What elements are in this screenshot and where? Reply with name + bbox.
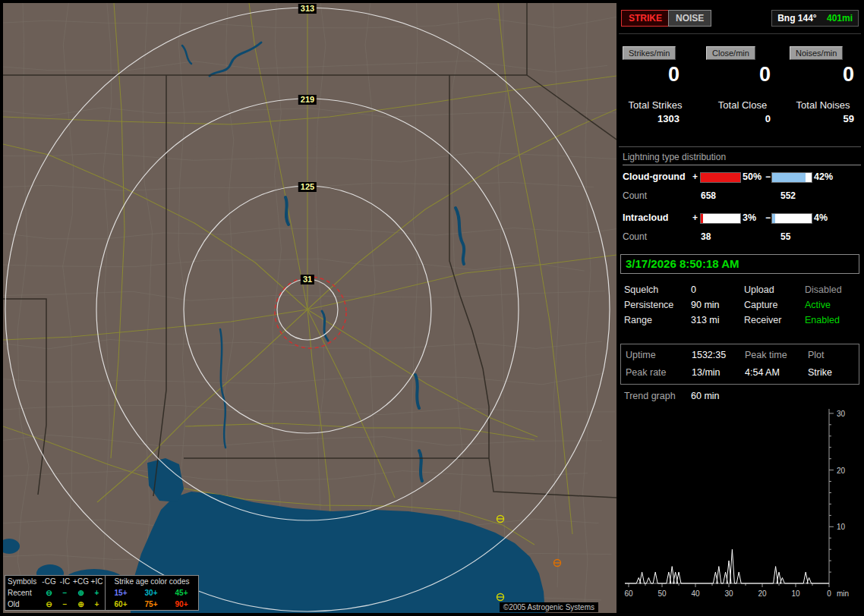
datetime-display: 3/17/2026 8:50:18 AM — [620, 254, 859, 274]
persistence-value: 90 min — [691, 300, 720, 310]
cg-minus-count: 552 — [780, 190, 796, 201]
circle-minus-icon: ⊖ — [41, 589, 57, 597]
legend-col-neg-cg: -CG — [41, 577, 57, 586]
noises-per-min-chip[interactable]: Noises/min — [790, 46, 843, 60]
copyright-text: ©2005 Astrogenic Systems — [500, 602, 598, 612]
age-90: 90+ — [166, 600, 197, 608]
age-30: 30+ — [136, 589, 166, 597]
strikes-per-min-chip[interactable]: Strikes/min — [623, 46, 676, 60]
trend-graph: 3020106050403020100min — [619, 404, 861, 611]
legend-symbols-header: Symbols — [5, 577, 41, 586]
upload-label: Upload — [744, 284, 774, 295]
receiver-label: Receiver — [744, 315, 781, 325]
settings-row: Range 313 mi Receiver Enabled — [619, 315, 861, 328]
strike-mode-button[interactable]: STRIKE — [621, 10, 670, 27]
uptime-label: Uptime — [626, 350, 656, 360]
settings-row: Squelch 0 Upload Disabled — [619, 284, 861, 298]
age-60: 60+ — [106, 600, 136, 608]
svg-text:30: 30 — [837, 410, 846, 418]
uptime-value: 1532:35 — [692, 350, 726, 360]
svg-text:50: 50 — [657, 589, 667, 598]
close-per-min-chip[interactable]: Close/min — [706, 46, 755, 60]
cg-minus-fill — [772, 173, 806, 182]
ic-minus-bar — [771, 213, 812, 224]
svg-text:10: 10 — [837, 523, 846, 531]
distribution-title: Lightning type distribution — [623, 152, 861, 165]
minus-icon: − — [57, 600, 73, 608]
cg-plus-pct: 50% — [743, 171, 762, 182]
stats-box: Uptime 1532:35 Peak time Plot Peak rate … — [620, 344, 859, 385]
noises-per-min-value: 0 — [786, 63, 854, 86]
legend-recent-row: Recent ⊖ − ⊕ + 15+ 30+ 45+ — [5, 587, 198, 599]
svg-text:30: 30 — [724, 589, 733, 598]
map-panel[interactable]: 313 219 125 31 Symbols -CG -IC +CG +IC S… — [3, 3, 616, 613]
range-ring-label: 125 — [298, 182, 317, 192]
circle-minus-icon: ⊖ — [41, 600, 57, 608]
age-45: 45+ — [166, 589, 197, 597]
legend-recent-label: Recent — [5, 589, 41, 597]
cg-plus-fill — [701, 173, 740, 182]
svg-text:0: 0 — [827, 589, 831, 598]
range-ring-label: 313 — [298, 4, 317, 14]
svg-text:20: 20 — [837, 467, 846, 475]
status-sidebar: STRIKE NOISE Bng 144° 401mi Strikes/min … — [619, 3, 861, 613]
minus-sign: − — [765, 171, 771, 182]
circle-plus-icon: ⊕ — [73, 600, 89, 608]
ic-minus-pct: 4% — [814, 212, 828, 223]
peak-time-label: Peak time — [745, 350, 787, 360]
symbol-legend: Symbols -CG -IC +CG +IC Strike age color… — [5, 575, 199, 611]
cg-minus-bar — [771, 172, 812, 183]
legend-col-neg-ic: -IC — [57, 577, 73, 586]
svg-text:60: 60 — [624, 589, 633, 598]
legend-col-pos-cg: +CG — [73, 577, 89, 586]
plot-value: Strike — [808, 367, 832, 378]
cloud-ground-count-row: Count 658 552 — [619, 190, 861, 203]
total-close-label: Total Close — [704, 99, 781, 111]
noise-mode-button[interactable]: NOISE — [668, 10, 711, 27]
range-ring-label: 219 — [298, 95, 317, 105]
bearing-label: Bng 144° — [777, 13, 816, 24]
cloud-ground-label: Cloud-ground — [623, 171, 686, 182]
minus-sign: − — [765, 212, 771, 223]
peak-rate-label: Peak rate — [626, 367, 667, 378]
persistence-label: Persistence — [624, 300, 673, 310]
legend-header-row: Symbols -CG -IC +CG +IC Strike age color… — [5, 576, 198, 587]
plus-sign: + — [692, 212, 698, 223]
trend-graph-label: Trend graph — [624, 391, 676, 401]
peak-rate-value: 13/min — [692, 367, 721, 378]
squelch-value: 0 — [691, 284, 696, 295]
plus-icon: + — [89, 589, 105, 597]
strikes-per-min-value: 0 — [619, 63, 680, 86]
plus-icon: + — [89, 600, 105, 608]
bearing-indicator: Bng 144° 401mi — [771, 10, 859, 27]
minus-icon: − — [57, 589, 73, 597]
cg-plus-count: 658 — [701, 190, 716, 201]
total-noises-label: Total Noises — [784, 99, 862, 111]
ic-minus-count: 55 — [780, 231, 790, 242]
cg-plus-bar — [700, 172, 741, 183]
range-label: Range — [624, 315, 652, 325]
legend-old-label: Old — [5, 600, 41, 608]
capture-status: Active — [805, 300, 831, 310]
age-15: 15+ — [106, 589, 136, 597]
legend-age-header: Strike age color codes — [106, 577, 198, 586]
range-ring-label: 31 — [301, 275, 314, 284]
divider — [619, 33, 861, 34]
squelch-label: Squelch — [624, 284, 658, 295]
total-noises-value: 59 — [786, 113, 854, 124]
close-per-min-value: 0 — [702, 63, 771, 86]
cloud-ground-row: Cloud-ground + 50% − 42% — [619, 171, 861, 184]
intracloud-label: Intracloud — [623, 212, 668, 223]
count-label: Count — [623, 231, 647, 242]
capture-label: Capture — [744, 300, 777, 310]
total-strikes-value: 1303 — [619, 113, 680, 124]
ic-minus-fill — [772, 214, 775, 223]
svg-text:20: 20 — [758, 589, 767, 598]
ic-plus-bar — [700, 213, 741, 224]
total-strikes-label: Total Strikes — [619, 99, 692, 111]
plot-label: Plot — [808, 350, 825, 360]
cg-minus-pct: 42% — [814, 171, 833, 182]
plus-sign: + — [692, 171, 698, 182]
divider — [619, 146, 861, 147]
legend-col-pos-ic: +IC — [89, 577, 105, 586]
